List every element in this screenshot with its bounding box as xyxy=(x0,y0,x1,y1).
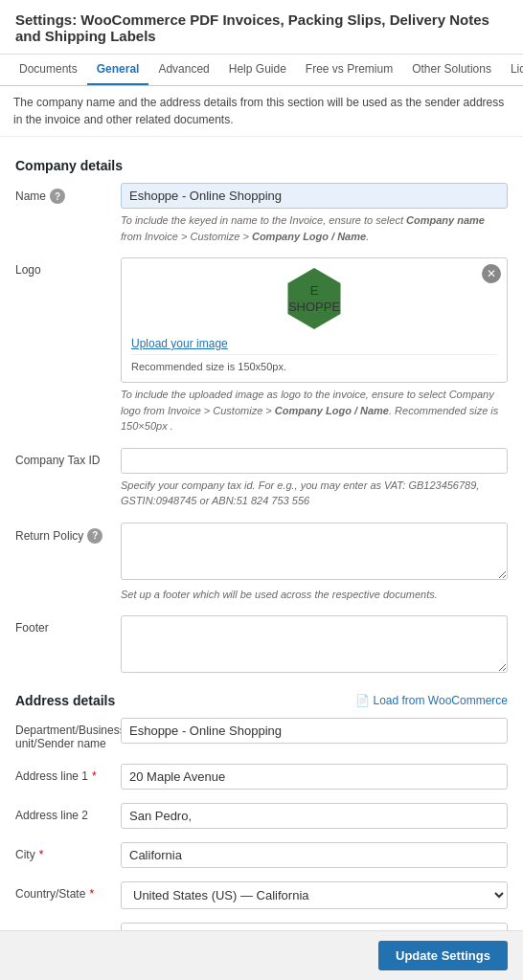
dept-row: Department/Business unit/Sender name xyxy=(15,718,508,750)
return-policy-field: Set up a footer which will be used acros… xyxy=(121,523,508,603)
tax-id-row: Company Tax ID Specify your company tax … xyxy=(15,448,508,509)
city-field xyxy=(121,842,508,868)
tab-general[interactable]: General xyxy=(87,55,149,85)
document-icon: 📄 xyxy=(355,694,370,707)
tab-advanced[interactable]: Advanced xyxy=(148,55,218,85)
return-policy-hint: Set up a footer which will be used acros… xyxy=(121,587,508,603)
logo-brand-text: SHOPPE xyxy=(288,300,340,314)
footer-bar: Update Settings xyxy=(0,930,523,980)
name-help-icon[interactable]: ? xyxy=(50,189,65,204)
address-section-header: Address details 📄 Load from WooCommerce xyxy=(15,693,508,708)
city-input[interactable] xyxy=(121,842,508,868)
tab-free-vs-premium[interactable]: Free vs Premium xyxy=(296,55,402,85)
country-select[interactable]: United States (US) — California xyxy=(121,881,508,909)
tab-documents[interactable]: Documents xyxy=(10,55,87,85)
logo-field: ✕ E SHOPPE Upload your image Recommended… xyxy=(121,257,508,434)
country-field: United States (US) — California xyxy=(121,881,508,909)
city-required-marker: * xyxy=(39,848,44,861)
load-from-woocommerce-button[interactable]: 📄 Load from WooCommerce xyxy=(355,694,509,707)
tax-id-hint: Specify your company tax id. For e.g., y… xyxy=(121,478,508,509)
return-policy-row: Return Policy ? Set up a footer which wi… xyxy=(15,523,508,603)
address2-field xyxy=(121,803,508,829)
address2-label: Address line 2 xyxy=(15,803,121,822)
page-title: Settings: WooCommerce PDF Invoices, Pack… xyxy=(0,0,523,55)
address-details-heading: Address details xyxy=(15,693,115,708)
tab-other-solutions[interactable]: Other Solutions xyxy=(402,55,501,85)
address1-label: Address line 1 * xyxy=(15,764,121,783)
update-settings-button[interactable]: Update Settings xyxy=(378,941,508,970)
company-details-heading: Company details xyxy=(15,158,508,173)
city-row: City * xyxy=(15,842,508,868)
footer-field xyxy=(121,615,508,676)
section-description: The company name and the address details… xyxy=(0,86,523,137)
address1-field xyxy=(121,764,508,790)
logo-upload-link[interactable]: Upload your image xyxy=(131,337,497,350)
address1-row: Address line 1 * xyxy=(15,764,508,790)
name-label: Name ? xyxy=(15,183,121,204)
logo-preview: E SHOPPE xyxy=(131,268,497,329)
name-field: To include the keyed in name to the Invo… xyxy=(121,183,508,244)
logo-row: Logo ✕ E SHOPPE Upload your image Recomm… xyxy=(15,257,508,434)
return-policy-input[interactable] xyxy=(121,523,508,580)
country-required-marker: * xyxy=(89,887,94,901)
tax-id-input[interactable] xyxy=(121,448,508,474)
tabs-bar: Documents General Advanced Help Guide Fr… xyxy=(0,55,523,86)
dept-field xyxy=(121,718,508,744)
tab-licence[interactable]: Licence xyxy=(501,55,523,85)
address2-input[interactable] xyxy=(121,803,508,829)
address2-row: Address line 2 xyxy=(15,803,508,829)
dept-input[interactable] xyxy=(121,718,508,744)
logo-label: Logo xyxy=(15,257,121,277)
name-input[interactable] xyxy=(121,183,508,209)
name-hint: To include the keyed in name to the Invo… xyxy=(121,212,508,244)
footer-input[interactable] xyxy=(121,615,508,673)
name-row: Name ? To include the keyed in name to t… xyxy=(15,183,508,244)
country-row: Country/State * United States (US) — Cal… xyxy=(15,881,508,909)
return-policy-help-icon[interactable]: ? xyxy=(87,528,102,544)
city-label: City * xyxy=(15,842,121,861)
address1-input[interactable] xyxy=(121,764,508,790)
logo-remove-button[interactable]: ✕ xyxy=(482,264,501,283)
logo-size-hint: Recommended size is 150x50px. xyxy=(131,354,497,372)
tab-help-guide[interactable]: Help Guide xyxy=(219,55,296,85)
logo-upload-box: ✕ E SHOPPE Upload your image Recommended… xyxy=(121,257,508,383)
address1-required-marker: * xyxy=(92,769,97,783)
logo-image: E SHOPPE xyxy=(284,268,345,329)
tax-id-label: Company Tax ID xyxy=(15,448,121,467)
dept-label: Department/Business unit/Sender name xyxy=(15,718,121,750)
country-label: Country/State * xyxy=(15,881,121,901)
footer-label: Footer xyxy=(15,615,121,635)
logo-letter: E xyxy=(310,283,319,298)
tax-id-field: Specify your company tax id. For e.g., y… xyxy=(121,448,508,509)
return-policy-label: Return Policy ? xyxy=(15,523,121,544)
logo-hint: To include the uploaded image as logo to… xyxy=(121,387,508,434)
footer-row: Footer xyxy=(15,615,508,676)
